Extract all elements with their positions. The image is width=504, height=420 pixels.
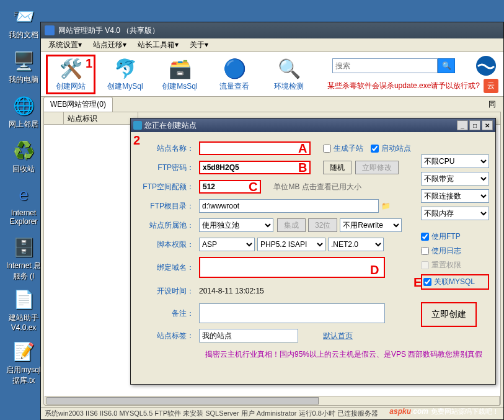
label-open-time: 开设时间： [137,286,199,297]
env-check-button[interactable]: 🔍 环境检测 [264,55,314,94]
app-icon [45,25,55,35]
create-mssql-button[interactable]: 🗃️ 创建MsSql [155,55,205,94]
relate-mysql-checkbox[interactable] [423,278,431,286]
menu-system[interactable]: 系统设置▾ [43,38,87,51]
label-script: 脚本权限： [137,239,199,250]
tab-sync[interactable]: 同 [484,97,501,112]
annotation-2: 2 [133,133,140,148]
bw-select[interactable]: 不限带宽 [421,172,489,185]
reset-perm-checkbox [421,261,429,269]
create-mysql-button[interactable]: 🐬 创建MySql [100,55,150,94]
chart-icon: 🔵 [223,56,246,80]
dialog-icon [133,121,142,130]
col-blank[interactable] [44,112,64,124]
desktop-icon[interactable]: 📄建站助手 V4.0.ex [5,287,42,332]
desktop-icon[interactable]: eInternet Explorer [5,182,42,226]
desktop-icon[interactable]: 🌐网上邻居 [5,93,42,130]
use-log-checkbox[interactable] [421,247,429,255]
window-title: 网站管理助手 V4.0 （共享版） [58,25,159,36]
quota-hint[interactable]: 单位MB 点击查看已用大小 [273,182,361,192]
label-ftp-pass: FTP密码： [137,163,199,173]
menubar: 系统设置▾ 站点迁移▾ 站长工具箱▾ 关于▾ [41,38,503,52]
mysql-icon: 🐬 [113,56,137,80]
modify-button: 立即修改 [355,161,399,174]
folder-icon[interactable]: 📁 [381,202,391,210]
tab-web[interactable]: WEB网站管理(0) [43,97,113,112]
dialog-titlebar[interactable]: 您正在创建站点 _ □ ✕ [131,118,495,132]
menu-migrate[interactable]: 站点迁移▾ [88,38,131,51]
annotation-d: D [370,263,379,277]
desktop-icon[interactable]: 🗄️Internet 息服务 (I [5,235,42,282]
open-time-value: 2014-8-11 13:02:15 [199,287,264,295]
side-column: 不限CPU 不限带宽 不限连接数 不限内存 使用FTP 使用日志 重置权限 E关… [421,154,489,327]
maximize-button[interactable]: □ [469,120,480,130]
desktop-icon[interactable]: 📨我的文档 [5,4,42,40]
tabs: WEB网站管理(0) 同 [41,97,503,112]
mem-select[interactable]: 不限内存 [421,207,489,220]
toolbar: 🛠️ 创建网站 1 🐬 创建MySql 🗃️ 创建MsSql 🔵 流量查看 🔍 … [41,52,503,97]
remark-input[interactable] [199,303,385,323]
wrench-icon: 🛠️ [59,56,82,80]
watermark: aspku.com免费网站源码下载吧！ [389,407,499,416]
conn-select[interactable]: 不限连接数 [421,189,489,203]
col-site-id[interactable]: 站点标识 [64,112,138,124]
bit32-button: 32位 [308,218,337,232]
label-tag: 站点标签： [137,331,199,341]
label-site-name: 站点名称： [137,143,199,154]
php-select[interactable]: PHP5.2 ISAPI [257,238,325,251]
annotation-c: C [249,180,257,194]
minimize-button[interactable]: _ [457,120,468,130]
menu-about[interactable]: 关于▾ [185,38,213,51]
warning-text: 某些杀毒软件会误杀update.exe请予以放行或? [327,81,480,91]
annotation-b: B [298,161,307,175]
dialog-title: 您正在创建站点 [144,120,197,131]
use-ftp-checkbox[interactable] [421,233,429,241]
close-button[interactable]: ✕ [482,120,493,130]
search-icon: 🔍 [442,61,451,70]
bottom-hint: 揭密云主机行业真相！国内95%以上的云主机是假云、是VPS 西部数码教您辨别真假 [137,349,489,360]
check-icon: 🔍 [277,56,301,80]
annotation-a: A [298,141,307,156]
label-ftp-quota: FTP空间配额： [137,182,199,192]
domain-input[interactable] [199,257,385,278]
ftp-root-input[interactable] [199,199,379,213]
titlebar[interactable]: 网站管理助手 V4.0 （共享版） [41,22,503,38]
asp-select[interactable]: ASP [199,238,255,251]
search-input[interactable] [332,58,438,73]
desktop-icon[interactable]: ♻️回收站 [5,138,42,174]
cloud-button[interactable]: 云 [484,79,498,93]
jc-button: 集成 [277,218,306,232]
tag-input[interactable] [199,329,298,342]
label-remark: 备注： [137,308,199,319]
scroll-thumb[interactable] [46,397,319,404]
rewrite-select[interactable]: 不用Rewrite [340,218,402,232]
create-site-dialog: 您正在创建站点 _ □ ✕ 2 站点名称： A 生成子站 启动站点 FTP密码：… [130,118,496,385]
cpu-select[interactable]: 不限CPU [421,154,489,168]
create-site-button[interactable]: 🛠️ 创建网站 1 [46,55,95,94]
ftp-pass-input[interactable] [199,161,311,174]
scrollbar-horizontal[interactable] [45,396,500,406]
child-site-checkbox[interactable] [323,145,331,153]
site-name-input[interactable] [199,141,311,155]
menu-tools[interactable]: 站长工具箱▾ [133,38,183,51]
net-select[interactable]: .NET2.0 [328,238,384,251]
desktop-icon[interactable]: 📝启用mysql 据库.tx [5,339,42,386]
label-pool: 站点所属池： [137,220,199,231]
default-page-link[interactable]: 默认首页 [323,331,353,341]
label-domain: 绑定域名： [137,262,199,273]
start-site-checkbox[interactable] [371,145,379,153]
searchbar: 🔍 [332,55,498,76]
logo-icon [475,55,497,76]
traffic-button[interactable]: 🔵 流量查看 [210,55,259,94]
search-button[interactable]: 🔍 [438,58,455,73]
desktop-icon[interactable]: 🖥️我的电脑 [5,48,42,85]
mssql-icon: 🗃️ [168,56,192,80]
pool-select[interactable]: 使用独立池 [199,218,273,232]
annotation-e: E [413,275,422,290]
label-ftp-root: FTP根目录： [137,201,199,212]
annotation-1: 1 [86,56,92,71]
random-button[interactable]: 随机 [323,161,351,174]
create-button[interactable]: 立即创建 [421,302,477,327]
